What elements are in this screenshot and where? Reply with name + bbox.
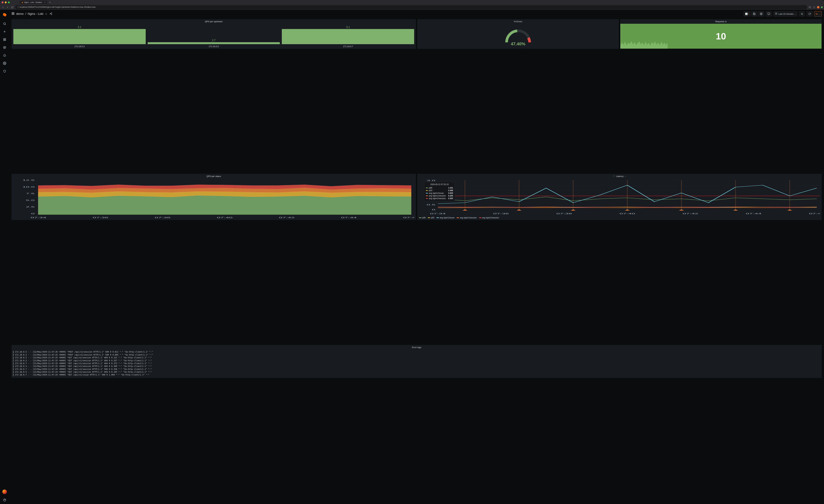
panel-qps-per-status[interactable]: QPS per status 12.510.07.55.02.5007:3407… bbox=[11, 174, 416, 220]
close-tab-icon[interactable]: × bbox=[44, 1, 45, 3]
legend-swatch-icon bbox=[419, 217, 421, 218]
svg-point-0 bbox=[809, 6, 810, 8]
content-area: demo / Nginx - Loki ☆ 📊+ Last 15 minutes… bbox=[9, 10, 824, 504]
svg-point-24 bbox=[761, 13, 761, 14]
tooltip-row: avg /api/v1/session:0.265 bbox=[426, 195, 453, 197]
legend-swatch-icon bbox=[436, 217, 439, 218]
share-icon[interactable] bbox=[49, 12, 53, 15]
svg-line-1 bbox=[810, 8, 811, 8]
explore-icon[interactable] bbox=[3, 45, 7, 49]
panel-title: % Errors bbox=[417, 19, 619, 24]
log-level-bar-icon bbox=[13, 374, 13, 376]
reload-icon[interactable] bbox=[11, 6, 14, 9]
svg-line-3 bbox=[5, 24, 6, 25]
svg-rect-17 bbox=[13, 14, 14, 15]
svg-text:07:36: 07:36 bbox=[493, 213, 509, 215]
forward-icon[interactable] bbox=[6, 6, 9, 9]
dashboard-grid-icon[interactable] bbox=[11, 12, 14, 16]
user-avatar-icon[interactable] bbox=[2, 490, 7, 494]
svg-marker-74 bbox=[625, 209, 630, 210]
svg-text:07:34: 07:34 bbox=[430, 213, 446, 215]
time-range-picker[interactable]: Last 15 minutes ⌄ bbox=[774, 11, 797, 16]
url-text: localhost:3000/d/Tnn1SXeWk/nginx-loki?or… bbox=[20, 6, 95, 8]
back-icon[interactable] bbox=[1, 6, 5, 9]
browser-tab[interactable]: ◉ Nginx - Loki - Grafana × bbox=[20, 1, 47, 4]
breadcrumb[interactable]: demo / Nginx - Loki bbox=[16, 12, 43, 16]
log-text: 172.18.0.7 - - [22/May/2020:11:47:25 +00… bbox=[15, 362, 152, 365]
minimize-window-icon[interactable] bbox=[5, 1, 7, 3]
log-level-bar-icon bbox=[13, 371, 13, 373]
svg-text:12.5: 12.5 bbox=[22, 180, 34, 181]
tooltip-label: avg /api/v1/session: bbox=[429, 195, 446, 197]
bookmark-icon[interactable]: ☆ bbox=[813, 6, 815, 9]
close-window-icon[interactable] bbox=[2, 1, 3, 3]
panel-title-text: Latency bbox=[616, 175, 624, 178]
svg-text:0.5: 0.5 bbox=[427, 204, 435, 206]
log-line: 172.18.0.7 - - [22/May/2020:11:47:25 +00… bbox=[13, 362, 820, 365]
svg-rect-16 bbox=[13, 12, 14, 13]
svg-marker-76 bbox=[679, 209, 684, 210]
legend-item[interactable]: p50 bbox=[428, 217, 434, 219]
log-line: 172.18.0.5 - - [22/May/2020:11:47:24 +00… bbox=[13, 371, 820, 374]
url-input[interactable]: ⓘ localhost:3000/d/Tnn1SXeWk/nginx-loki?… bbox=[15, 5, 807, 9]
profile-avatar-icon[interactable] bbox=[817, 6, 819, 8]
zoom-icon[interactable] bbox=[809, 6, 811, 9]
svg-rect-8 bbox=[5, 40, 6, 41]
panel-percent-errors[interactable]: % Errors 47.40% bbox=[417, 19, 619, 49]
qps-value: 2.7 bbox=[212, 39, 216, 42]
alerting-icon[interactable] bbox=[3, 54, 7, 57]
view-mode-button[interactable] bbox=[766, 11, 772, 16]
grafana-logo-icon[interactable] bbox=[2, 12, 8, 18]
panel-qps-upstream[interactable]: QPS per upstream 3.1 172.18.0.32.7 172.1… bbox=[11, 19, 416, 49]
tooltip-swatch-icon bbox=[426, 193, 428, 194]
log-line: 172.18.0.5 - - [22/May/2020:11:47:25 +00… bbox=[13, 356, 820, 359]
legend-item[interactable]: avg /api/v1/session bbox=[457, 217, 477, 219]
log-level-bar-icon bbox=[13, 351, 13, 353]
panel-error-logs[interactable]: Error logs 172.18.0.5 - - [22/May/2020:1… bbox=[11, 345, 822, 378]
log-text: 172.18.0.7 - - [22/May/2020:11:47:25 +00… bbox=[15, 368, 152, 371]
legend-item[interactable]: avg /api/v1/issue bbox=[436, 217, 454, 219]
panel-latency[interactable]: ♡ Latency ⌄ 3.02.52.01.51.00.5007:3407:3… bbox=[417, 174, 822, 220]
traffic-lights[interactable] bbox=[2, 1, 10, 3]
chevron-down-icon: ⌄ bbox=[795, 13, 796, 15]
panel-title: QPS per status bbox=[12, 174, 416, 179]
svg-rect-6 bbox=[3, 38, 4, 39]
new-tab-button[interactable]: + bbox=[48, 1, 51, 4]
star-icon[interactable]: ☆ bbox=[45, 12, 48, 15]
svg-rect-9 bbox=[3, 40, 4, 41]
save-button[interactable] bbox=[751, 11, 757, 16]
svg-point-19 bbox=[51, 12, 52, 13]
create-icon[interactable] bbox=[3, 30, 7, 34]
panel-requests-per-second[interactable]: Requests /s 10 bbox=[620, 19, 822, 49]
auto-refresh-picker[interactable]: 5s ⌄ bbox=[814, 11, 822, 16]
add-panel-button[interactable]: 📊+ bbox=[744, 11, 750, 16]
tooltip-row: avg /api/v2/session:0.352 bbox=[426, 197, 453, 200]
panel-add-icon: 📊+ bbox=[745, 13, 749, 15]
svg-text:07:34: 07:34 bbox=[30, 217, 46, 218]
panel-grid: QPS per upstream 3.1 172.18.0.32.7 172.1… bbox=[9, 18, 824, 504]
refresh-button[interactable] bbox=[807, 11, 813, 16]
legend-item[interactable]: p99 bbox=[419, 217, 425, 219]
svg-point-12 bbox=[4, 63, 5, 64]
chevron-down-icon[interactable]: ⌄ bbox=[625, 175, 626, 177]
maximize-window-icon[interactable] bbox=[8, 1, 10, 3]
settings-icon[interactable] bbox=[3, 61, 7, 65]
svg-point-10 bbox=[3, 46, 6, 49]
breadcrumb-folder[interactable]: demo bbox=[16, 12, 23, 16]
chevron-down-icon: ⌄ bbox=[819, 13, 820, 15]
shield-icon[interactable] bbox=[3, 69, 7, 73]
log-text: 172.18.0.3 - - [22/May/2020:11:47:25 +00… bbox=[15, 354, 153, 356]
tab-favicon-icon: ◉ bbox=[22, 1, 23, 3]
tab-title: Nginx - Loki - Grafana bbox=[24, 1, 42, 3]
dashboards-icon[interactable] bbox=[3, 37, 7, 41]
log-line: 172.18.0.3 - - [22/May/2020:11:47:25 +00… bbox=[13, 365, 820, 368]
zoom-out-button[interactable] bbox=[799, 11, 805, 16]
svg-text:07:46: 07:46 bbox=[809, 213, 820, 215]
help-icon[interactable] bbox=[3, 498, 7, 502]
qps-label: 172.18.0.5 bbox=[209, 45, 219, 47]
legend-item[interactable]: avg /api/v2/session bbox=[479, 217, 499, 219]
dashboard-settings-button[interactable] bbox=[758, 11, 764, 16]
qps-label: 172.18.0.7 bbox=[343, 45, 353, 47]
search-icon[interactable] bbox=[3, 22, 7, 26]
titlebar: ◉ Nginx - Loki - Grafana × + bbox=[0, 0, 824, 5]
